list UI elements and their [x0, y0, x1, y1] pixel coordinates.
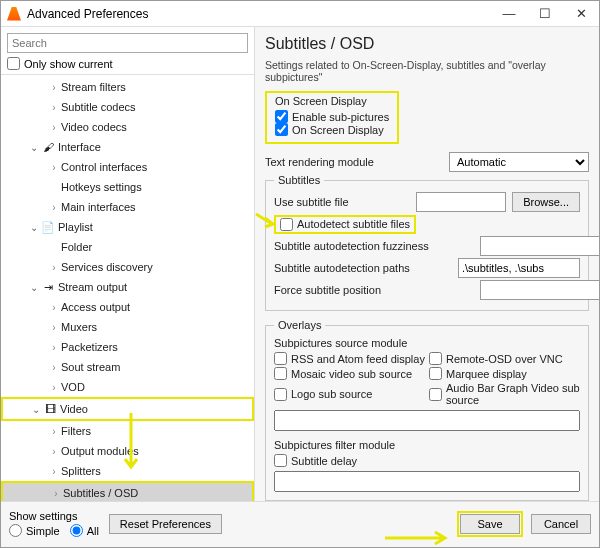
tree-item-main-interfaces[interactable]: Main interfaces	[1, 197, 254, 217]
sidebar: Only show current Stream filters Subtitl…	[1, 27, 255, 501]
subtitle-delay-row[interactable]: Subtitle delay	[274, 454, 580, 467]
page-description: Settings related to On-Screen-Display, s…	[265, 59, 589, 83]
fuzziness-input[interactable]	[480, 236, 599, 256]
tree-item-packetizers[interactable]: Packetizers	[1, 337, 254, 357]
chevron-right-icon	[47, 446, 61, 457]
tree-item-vod[interactable]: VOD	[1, 377, 254, 397]
text-render-label: Text rendering module	[265, 156, 449, 168]
filter-module-input[interactable]	[274, 471, 580, 492]
all-radio[interactable]	[70, 524, 83, 537]
simple-radio-row[interactable]: Simple	[9, 524, 60, 537]
tree-item-access-output[interactable]: Access output	[1, 297, 254, 317]
on-screen-display-checkbox[interactable]	[275, 123, 288, 136]
maximize-button[interactable]: ☐	[527, 1, 563, 27]
highlight-subtitles-osd: Subtitles / OSD	[1, 481, 254, 501]
window-title: Advanced Preferences	[27, 7, 148, 21]
stream-output-icon: ⇥	[41, 280, 55, 294]
autodetect-subtitle-files[interactable]: Autodetect subtitle files	[280, 218, 410, 231]
filter-module-label: Subpictures filter module	[274, 439, 580, 451]
settings-panel: Subtitles / OSD Settings related to On-S…	[255, 27, 599, 501]
mosaic-checkbox[interactable]	[274, 367, 287, 380]
overlays-group: Overlays Subpictures source module RSS a…	[265, 319, 589, 501]
tree-item-folder[interactable]: Folder	[1, 237, 254, 257]
subtitles-legend: Subtitles	[274, 174, 324, 186]
audiobar-checkbox[interactable]	[429, 388, 442, 401]
tree-item-interface[interactable]: ⌄🖌Interface	[1, 137, 254, 157]
tree-item-video-codecs[interactable]: Video codecs	[1, 117, 254, 137]
chevron-right-icon	[47, 202, 61, 213]
highlight-video-group: ⌄🎞Video	[1, 397, 254, 421]
remote-vnc-row[interactable]: Remote-OSD over VNC	[429, 352, 580, 365]
category-tree: Stream filters Subtitle codecs Video cod…	[1, 74, 254, 501]
chevron-right-icon	[47, 362, 61, 373]
marquee-row[interactable]: Marquee display	[429, 367, 580, 380]
source-module-input[interactable]	[274, 410, 580, 431]
autodetect-checkbox[interactable]	[280, 218, 293, 231]
vlc-cone-icon	[7, 7, 21, 21]
tree-item-filters[interactable]: Filters	[1, 421, 254, 441]
reset-button[interactable]: Reset Preferences	[109, 514, 222, 534]
chevron-right-icon	[49, 488, 63, 499]
close-button[interactable]: ✕	[563, 1, 599, 27]
enable-subpictures-checkbox[interactable]	[275, 110, 288, 123]
fuzziness-spinner[interactable]: ▲▼	[480, 236, 580, 256]
tree-item-stream-filters[interactable]: Stream filters	[1, 77, 254, 97]
tree-item-control-interfaces[interactable]: Control interfaces	[1, 157, 254, 177]
only-show-current-checkbox[interactable]	[7, 57, 20, 70]
expand-icon: ⌄	[27, 282, 41, 293]
text-render-select[interactable]: Automatic	[449, 152, 589, 172]
annotation-arrow-icon	[383, 528, 453, 548]
chevron-right-icon	[47, 262, 61, 273]
tree-item-video[interactable]: ⌄🎞Video	[3, 399, 252, 419]
chevron-right-icon	[47, 426, 61, 437]
highlight-autodetect: Autodetect subtitle files	[274, 215, 416, 234]
chevron-right-icon	[47, 302, 61, 313]
rss-checkbox-row[interactable]: RSS and Atom feed display	[274, 352, 425, 365]
tree-item-muxers[interactable]: Muxers	[1, 317, 254, 337]
tree-item-sout-stream[interactable]: Sout stream	[1, 357, 254, 377]
interface-icon: 🖌	[41, 140, 55, 154]
simple-radio[interactable]	[9, 524, 22, 537]
prefs-window: Advanced Preferences — ☐ ✕ Only show cur…	[0, 0, 600, 548]
paths-input[interactable]	[458, 258, 580, 278]
force-position-label: Force subtitle position	[274, 284, 480, 296]
all-radio-row[interactable]: All	[70, 524, 99, 537]
mosaic-row[interactable]: Mosaic video sub source	[274, 367, 425, 380]
video-icon: 🎞	[43, 402, 57, 416]
audiobar-row[interactable]: Audio Bar Graph Video sub source	[429, 382, 580, 406]
tree-item-stream-output[interactable]: ⌄⇥Stream output	[1, 277, 254, 297]
tree-item-playlist[interactable]: ⌄📄Playlist	[1, 217, 254, 237]
fuzziness-label: Subtitle autodetection fuzziness	[274, 240, 480, 252]
subtitle-file-input[interactable]	[416, 192, 506, 212]
force-position-input[interactable]	[480, 280, 599, 300]
marquee-checkbox[interactable]	[429, 367, 442, 380]
tree-item-output-modules[interactable]: Output modules	[1, 441, 254, 461]
tree-item-subtitle-codecs[interactable]: Subtitle codecs	[1, 97, 254, 117]
logo-row[interactable]: Logo sub source	[274, 382, 425, 406]
search-input[interactable]	[7, 33, 248, 53]
enable-subpictures[interactable]: Enable sub-pictures	[275, 110, 389, 123]
expand-icon: ⌄	[27, 142, 41, 153]
subtitle-delay-checkbox[interactable]	[274, 454, 287, 467]
force-position-spinner[interactable]: ▲▼	[480, 280, 580, 300]
minimize-button[interactable]: —	[491, 1, 527, 27]
chevron-right-icon	[47, 122, 61, 133]
rss-checkbox[interactable]	[274, 352, 287, 365]
logo-checkbox[interactable]	[274, 388, 287, 401]
only-show-current[interactable]: Only show current	[7, 57, 248, 70]
chevron-right-icon	[47, 342, 61, 353]
remote-vnc-checkbox[interactable]	[429, 352, 442, 365]
cancel-button[interactable]: Cancel	[531, 514, 591, 534]
browse-button[interactable]: Browse...	[512, 192, 580, 212]
expand-icon: ⌄	[27, 222, 41, 233]
tree-item-services-discovery[interactable]: Services discovery	[1, 257, 254, 277]
tree-item-hotkeys[interactable]: Hotkeys settings	[1, 177, 254, 197]
tree-item-splitters[interactable]: Splitters	[1, 461, 254, 481]
subtitles-group: Subtitles Use subtitle file Browse... Au…	[265, 174, 589, 311]
osd-group-label: On Screen Display	[275, 95, 389, 107]
paths-label: Subtitle autodetection paths	[274, 262, 458, 274]
tree-item-subtitles-osd[interactable]: Subtitles / OSD	[3, 483, 252, 501]
chevron-right-icon	[47, 82, 61, 93]
save-button[interactable]: Save	[460, 514, 520, 534]
on-screen-display[interactable]: On Screen Display	[275, 123, 389, 136]
